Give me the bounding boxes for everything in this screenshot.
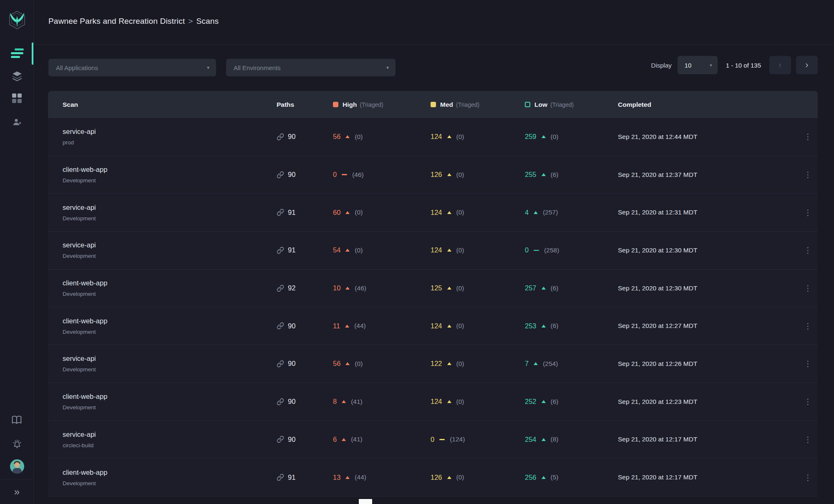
trend-flat-icon bbox=[439, 439, 445, 440]
low-triaged-count: (6) bbox=[551, 171, 559, 179]
low-triaged-count: (258) bbox=[544, 247, 559, 254]
high-triaged-count: (46) bbox=[352, 171, 364, 179]
high-count: 56 bbox=[333, 360, 340, 368]
trend-up-icon bbox=[447, 325, 451, 328]
low-triaged-count: (6) bbox=[551, 285, 559, 292]
breadcrumb-org[interactable]: Pawnee Parks and Recreation District bbox=[48, 17, 185, 25]
trend-up-icon bbox=[342, 400, 346, 403]
sidebar-item-docs[interactable] bbox=[0, 409, 34, 431]
kebab-menu-icon[interactable]: ⋮ bbox=[804, 398, 812, 406]
scan-name[interactable]: service-api bbox=[63, 128, 277, 136]
completed-timestamp: Sep 21, 2020 at 12:30 MDT bbox=[618, 285, 793, 292]
scan-name[interactable]: service-api bbox=[63, 431, 277, 438]
kebab-menu-icon[interactable]: ⋮ bbox=[804, 209, 812, 217]
med-label: Med bbox=[440, 101, 453, 108]
low-triaged-count: (6) bbox=[551, 322, 559, 330]
scan-name[interactable]: service-api bbox=[63, 204, 277, 212]
med-triaged-count: (0) bbox=[456, 209, 464, 216]
trend-flat-icon bbox=[342, 174, 347, 175]
med-count: 126 bbox=[431, 171, 442, 179]
sidebar-item-scans[interactable] bbox=[0, 42, 34, 64]
completed-timestamp: Sep 21, 2020 at 12:30 MDT bbox=[618, 247, 793, 254]
sidebar-item-applications[interactable] bbox=[0, 65, 34, 87]
scan-cell: service-apicircleci-build bbox=[48, 431, 277, 449]
scan-name[interactable]: client-web-app bbox=[63, 469, 277, 476]
column-header-low[interactable]: Low (Triaged) bbox=[525, 101, 618, 108]
med-findings-cell: 0(124) bbox=[431, 436, 525, 444]
med-count: 124 bbox=[431, 209, 442, 217]
user-avatar[interactable] bbox=[0, 455, 34, 478]
paths-cell: 90 bbox=[277, 436, 333, 444]
table-row[interactable]: service-apiDevelopment9056(0)122(0)7(254… bbox=[48, 345, 818, 383]
previous-page-button[interactable]: ‹ bbox=[769, 56, 791, 74]
table-row[interactable]: client-web-appDevelopment900(46)126(0)25… bbox=[48, 156, 818, 194]
applications-filter-dropdown[interactable]: All Applications ▾ bbox=[48, 59, 216, 76]
table-row[interactable]: client-web-appDevelopment9210(46)125(0)2… bbox=[48, 270, 818, 307]
breadcrumb-separator: > bbox=[188, 17, 193, 25]
trend-up-icon bbox=[447, 476, 451, 479]
kebab-menu-icon[interactable]: ⋮ bbox=[804, 436, 812, 444]
kebab-menu-icon[interactable]: ⋮ bbox=[804, 171, 812, 179]
table-row[interactable]: service-apiDevelopment9160(0)124(0)4(257… bbox=[48, 194, 818, 232]
paths-cell: 91 bbox=[277, 246, 333, 254]
trend-up-icon bbox=[542, 135, 546, 138]
row-menu-cell: ⋮ bbox=[793, 360, 818, 368]
med-findings-cell: 126(0) bbox=[431, 171, 525, 179]
paths-count: 92 bbox=[288, 284, 295, 292]
collapse-sidebar-button[interactable]: » bbox=[0, 481, 34, 503]
scan-name[interactable]: client-web-app bbox=[63, 393, 277, 401]
trend-up-icon bbox=[345, 249, 350, 252]
kebab-menu-icon[interactable]: ⋮ bbox=[804, 322, 812, 330]
trend-up-icon bbox=[447, 362, 451, 365]
scan-name[interactable]: service-api bbox=[63, 355, 277, 363]
med-count: 0 bbox=[431, 436, 434, 444]
paths-cell: 90 bbox=[277, 398, 333, 406]
row-menu-cell: ⋮ bbox=[793, 398, 818, 406]
column-header-high[interactable]: High (Triaged) bbox=[333, 101, 431, 108]
table-row[interactable]: client-web-appDevelopment908(41)124(0)25… bbox=[48, 383, 818, 421]
table-row[interactable]: client-web-appDevelopment9113(44)126(0)2… bbox=[48, 459, 818, 496]
top-header: Pawnee Parks and Recreation District>Sca… bbox=[34, 0, 834, 45]
page-size-select[interactable]: 10 ▾ bbox=[678, 56, 718, 74]
trend-up-icon bbox=[447, 173, 451, 176]
scan-environment: Development bbox=[63, 215, 277, 222]
low-findings-cell: 257(6) bbox=[525, 284, 618, 292]
column-header-paths[interactable]: Paths bbox=[277, 101, 333, 108]
med-findings-cell: 126(0) bbox=[431, 474, 525, 481]
column-header-scan[interactable]: Scan bbox=[48, 101, 277, 108]
scan-name[interactable]: client-web-app bbox=[63, 317, 277, 325]
scan-name[interactable]: service-api bbox=[63, 241, 277, 249]
sidebar-item-notifications[interactable] bbox=[0, 433, 34, 456]
low-count: 254 bbox=[525, 436, 537, 444]
low-triaged-label: (Triaged) bbox=[550, 101, 574, 108]
column-header-completed[interactable]: Completed bbox=[618, 101, 793, 108]
table-row[interactable]: service-apiDevelopment9154(0)124(0)0(258… bbox=[48, 232, 818, 270]
next-page-button[interactable]: › bbox=[796, 56, 818, 74]
environments-filter-dropdown[interactable]: All Environments ▾ bbox=[226, 59, 396, 76]
kebab-menu-icon[interactable]: ⋮ bbox=[804, 360, 812, 368]
column-header-med[interactable]: Med (Triaged) bbox=[431, 101, 525, 108]
low-triaged-count: (6) bbox=[551, 398, 559, 406]
kebab-menu-icon[interactable]: ⋮ bbox=[804, 246, 812, 254]
sidebar-item-team[interactable] bbox=[0, 111, 34, 134]
high-count: 0 bbox=[333, 171, 337, 179]
scan-environment: Development bbox=[63, 404, 277, 411]
kebab-menu-icon[interactable]: ⋮ bbox=[804, 474, 812, 481]
scan-name[interactable]: client-web-app bbox=[63, 279, 277, 287]
low-count: 253 bbox=[525, 322, 537, 330]
scan-environment: Development bbox=[63, 291, 277, 297]
kebab-menu-icon[interactable]: ⋮ bbox=[804, 284, 812, 292]
brand-logo-icon[interactable] bbox=[7, 10, 27, 30]
table-row[interactable]: service-apicircleci-build906(41)0(124)25… bbox=[48, 421, 818, 459]
scan-environment: Development bbox=[63, 253, 277, 259]
sidebar-item-dashboard[interactable] bbox=[0, 87, 34, 109]
low-findings-cell: 254(8) bbox=[525, 436, 618, 444]
sidebar: » bbox=[0, 0, 34, 504]
low-findings-cell: 256(5) bbox=[525, 474, 618, 481]
table-row[interactable]: client-web-appDevelopment9011(44)124(0)2… bbox=[48, 307, 818, 345]
scan-name[interactable]: client-web-app bbox=[63, 166, 277, 174]
kebab-menu-icon[interactable]: ⋮ bbox=[804, 133, 812, 141]
scans-list-icon bbox=[11, 48, 23, 58]
table-row[interactable]: service-apiprod9056(0)124(0)259(0)Sep 21… bbox=[48, 118, 818, 156]
high-triaged-count: (0) bbox=[355, 247, 363, 254]
